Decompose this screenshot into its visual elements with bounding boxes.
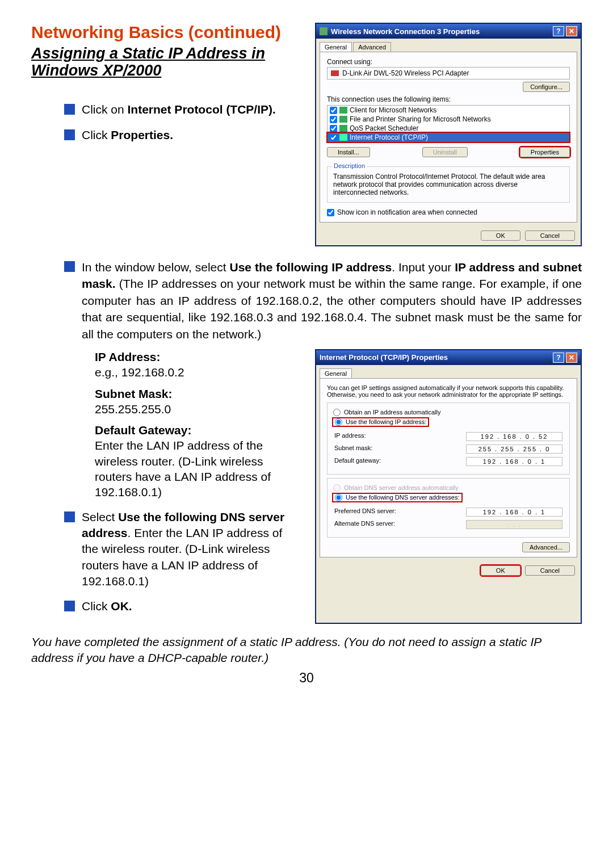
uninstall-button: Uninstall xyxy=(422,147,468,157)
cancel-button[interactable]: Cancel xyxy=(525,565,575,576)
page-title: Networking Basics (continued) xyxy=(31,23,298,42)
subnet-mask-info: Subnet Mask:255.255.255.0 xyxy=(95,386,298,417)
square-icon xyxy=(64,129,75,140)
dialog-title: Internet Protocol (TCP/IP) Properties xyxy=(320,353,448,362)
alternate-dns-label: Alternate DNS server: xyxy=(334,520,458,529)
tab-general[interactable]: General xyxy=(320,42,352,52)
qos-icon xyxy=(339,125,347,132)
tab-advanced[interactable]: Advanced xyxy=(353,42,391,52)
close-button[interactable]: ✕ xyxy=(566,26,577,36)
ip-label: IP address: xyxy=(334,432,458,441)
tcpip-properties-dialog: Internet Protocol (TCP/IP) Properties ? … xyxy=(315,349,582,624)
bullet-tcpip: Click on Internet Protocol (TCP/IP). xyxy=(64,102,298,118)
client-icon xyxy=(339,107,347,114)
network-icon xyxy=(320,27,328,35)
bullet-click-ok: Click OK. xyxy=(64,598,298,614)
paragraph-bullet: In the window below, select Use the foll… xyxy=(31,259,582,342)
titlebar: Internet Protocol (TCP/IP) Properties ? … xyxy=(316,350,581,365)
gateway-label: Default gateway: xyxy=(334,457,458,466)
page-number: 30 xyxy=(31,670,582,686)
preferred-dns-input[interactable]: 192 . 168 . 0 . 1 xyxy=(466,508,562,517)
radio-use-ip[interactable]: Use the following IP address: xyxy=(333,418,428,426)
help-button[interactable]: ? xyxy=(553,353,564,363)
square-icon xyxy=(64,511,75,522)
square-icon xyxy=(64,261,75,272)
configure-button[interactable]: Configure... xyxy=(523,82,570,92)
subnet-label: Subnet mask: xyxy=(334,445,458,454)
show-icon-label: Show icon in notification area when conn… xyxy=(337,208,477,216)
alternate-dns-input[interactable]: . . . xyxy=(466,520,562,529)
item-check[interactable] xyxy=(330,107,337,114)
intro-text: You can get IP settings assigned automat… xyxy=(327,384,570,398)
square-icon xyxy=(64,104,75,115)
radio-use-dns[interactable]: Use the following DNS server addresses: xyxy=(333,494,461,501)
bullet-dns: Select Use the following DNS server addr… xyxy=(64,509,298,590)
item-check[interactable] xyxy=(330,134,337,141)
properties-button[interactable]: Properties xyxy=(520,147,570,157)
tcpip-icon xyxy=(339,134,347,141)
tab-general[interactable]: General xyxy=(320,368,352,378)
item-check[interactable] xyxy=(330,125,337,132)
description-heading: Description xyxy=(332,162,367,169)
show-icon-check[interactable] xyxy=(327,209,334,216)
close-button[interactable]: ✕ xyxy=(566,353,577,363)
preferred-dns-label: Preferred DNS server: xyxy=(334,508,458,517)
item-check[interactable] xyxy=(330,116,337,123)
ok-button[interactable]: OK xyxy=(481,565,520,576)
connection-properties-dialog: Wireless Network Connection 3 Properties… xyxy=(315,23,582,246)
gateway-info: Default Gateway:Enter the LAN IP address… xyxy=(95,422,298,500)
adapter-icon xyxy=(331,70,339,76)
cancel-button[interactable]: Cancel xyxy=(525,230,575,241)
ip-address-info: IP Address:e.g., 192.168.0.2 xyxy=(95,349,298,380)
connect-using-label: Connect using: xyxy=(327,58,570,66)
items-label: This connection uses the following items… xyxy=(327,95,570,103)
printer-icon xyxy=(339,116,347,123)
radio-obtain-ip[interactable]: Obtain an IP address automatically xyxy=(333,409,564,416)
subnet-input[interactable]: 255 . 255 . 255 . 0 xyxy=(466,445,562,454)
radio-obtain-dns: Obtain DNS server address automatically xyxy=(333,484,564,492)
titlebar: Wireless Network Connection 3 Properties… xyxy=(316,24,581,39)
ok-button[interactable]: OK xyxy=(481,230,520,241)
help-button[interactable]: ? xyxy=(553,26,564,36)
end-note: You have completed the assignment of a s… xyxy=(31,634,582,666)
adapter-field: D-Link Air DWL-520 Wireless PCI Adapter xyxy=(327,67,570,79)
dialog-title: Wireless Network Connection 3 Properties xyxy=(331,27,480,36)
gateway-input[interactable]: 192 . 168 . 0 . 1 xyxy=(466,457,562,466)
ip-input[interactable]: 192 . 168 . 0 . 52 xyxy=(466,432,562,441)
items-listbox[interactable]: Client for Microsoft Networks File and P… xyxy=(327,105,570,142)
page-subtitle: Assigning a Static IP Address in Windows… xyxy=(31,45,298,79)
bullet-properties: Click Properties. xyxy=(64,127,298,143)
install-button[interactable]: Install... xyxy=(327,147,370,157)
description-text: Transmission Control Protocol/Internet P… xyxy=(333,173,564,196)
advanced-button[interactable]: Advanced... xyxy=(522,542,570,552)
square-icon xyxy=(64,601,75,611)
